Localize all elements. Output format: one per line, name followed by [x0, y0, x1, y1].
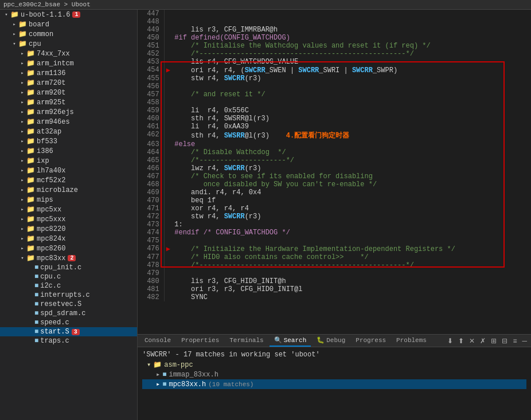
sidebar-item-resetvec.S[interactable]: ■resetvec.S	[0, 300, 137, 309]
line-arrow	[164, 34, 172, 42]
sidebar-item-lh7a40x[interactable]: ▸📁lh7a40x	[0, 166, 137, 175]
tree-item-label: lh7a40x	[37, 167, 65, 175]
sidebar-item-arm925t[interactable]: ▸📁arm925t	[0, 97, 137, 107]
sidebar-item-at32ap[interactable]: ▸📁at32ap	[0, 127, 137, 136]
tree-arrow[interactable]: ▸	[18, 70, 26, 76]
line-arrow	[164, 229, 172, 237]
tree-arrow[interactable]: ▾	[2, 11, 10, 18]
panel-tab-search[interactable]: 🔍Search	[270, 335, 311, 347]
search-result-header: 'SWCRR' - 17 matches in working set 'ubo…	[142, 350, 526, 360]
tree-arrow[interactable]: ▸	[18, 148, 26, 154]
line-arrow	[164, 83, 172, 91]
sidebar-item-arm946es[interactable]: ▸📁arm946es	[0, 117, 137, 127]
sidebar-item-common[interactable]: ▸📁common	[0, 29, 137, 39]
tree-arrow[interactable]: ▾	[10, 41, 18, 47]
line-number: 458	[138, 99, 164, 107]
code-line-482: 482 SYNC	[138, 293, 531, 301]
panel-expand-btn[interactable]: ⊞	[489, 336, 498, 346]
panel-option1-btn[interactable]: ⊟	[500, 336, 509, 346]
panel-tab-debug[interactable]: 🐛Debug	[312, 335, 350, 347]
tree-arrow[interactable]: ▸	[18, 89, 26, 96]
tree-arrow[interactable]: ▸	[18, 206, 26, 213]
sidebar-item-u-boot-1.1.6[interactable]: ▾📁u-boot-1.1.61	[0, 10, 137, 19]
panel-minimize-btn[interactable]: ─	[520, 336, 529, 346]
tree-item-label: mcf52x2	[37, 176, 65, 185]
tree-arrow[interactable]: ▸	[18, 60, 26, 66]
sidebar-item-mpc8220[interactable]: ▸📁mpc8220	[0, 224, 137, 234]
panel-tab-terminals[interactable]: Terminals	[225, 335, 268, 347]
code-line-475: 475	[138, 237, 531, 245]
sidebar-item-microblaze[interactable]: ▸📁microblaze	[0, 185, 137, 195]
sidebar-item-arm720t[interactable]: ▸📁arm720t	[0, 78, 137, 88]
sidebar-item-mpc824x[interactable]: ▸📁mpc824x	[0, 234, 137, 244]
sidebar-item-74xx_7xx[interactable]: ▸📁74xx_7xx	[0, 49, 137, 58]
tree-arrow[interactable]: ▸	[18, 167, 26, 174]
panel-clear-btn[interactable]: ✕	[467, 336, 477, 346]
result-folder-asm-ppc[interactable]: ▾📁asm-ppc	[142, 360, 526, 370]
line-arrow	[164, 115, 172, 123]
tree-arrow[interactable]: ▸	[18, 50, 26, 57]
line-code	[172, 10, 531, 18]
tree-arrow[interactable]: ▾	[18, 255, 26, 261]
sidebar-item-traps.c[interactable]: ■traps.c	[0, 336, 137, 346]
sidebar-item-bf533[interactable]: ▸📁bf533	[0, 136, 137, 146]
breadcrumb: ppc_e300c2_bsae > Uboot	[3, 1, 91, 8]
sidebar-item-spd_sdram.c[interactable]: ■spd_sdram.c	[0, 309, 137, 318]
panel-up-btn[interactable]: ⬆	[456, 336, 466, 346]
result-file-immap_83xx.h[interactable]: ▸■immap_83xx.h	[142, 370, 526, 379]
sidebar-item-board[interactable]: ▸📁board	[0, 19, 137, 29]
tree-item-label: arm1136	[37, 69, 65, 77]
sidebar-item-mpc5xx[interactable]: ▸📁mpc5xx	[0, 205, 137, 214]
line-arrow	[164, 164, 172, 172]
tree-arrow[interactable]: ▸	[18, 197, 26, 203]
tree-arrow[interactable]: ▸	[18, 216, 26, 222]
sidebar-item-i2c.c[interactable]: ■i2c.c	[0, 281, 137, 291]
tree-arrow[interactable]: ▸	[10, 21, 18, 28]
result-file-mpc83xx.h[interactable]: ▸■mpc83xx.h (10 matches)	[142, 379, 526, 389]
code-line-481: 481 ori r3, r3, CFG_HID0_INIT@l	[138, 285, 531, 293]
sidebar-item-arm1136[interactable]: ▸📁arm1136	[0, 68, 137, 78]
code-view[interactable]: 447448449 lis r3, CFG_IMMRBAR@h450#if de…	[138, 10, 531, 334]
sidebar-item-ixp[interactable]: ▸📁ixp	[0, 156, 137, 166]
sidebar-item-mips[interactable]: ▸📁mips	[0, 195, 137, 205]
sidebar-item-arm926ejs[interactable]: ▸📁arm926ejs	[0, 107, 137, 117]
tree-arrow[interactable]: ▸	[18, 99, 26, 105]
sidebar-item-cpu[interactable]: ▾📁cpu	[0, 39, 137, 49]
sidebar-item-start.S[interactable]: ■start.S3	[0, 327, 137, 336]
line-number: 452	[138, 50, 164, 58]
tree-arrow[interactable]: ▸	[18, 245, 26, 252]
tree-arrow[interactable]: ▸	[18, 80, 26, 86]
line-arrow	[164, 205, 172, 213]
panel-tab-progress[interactable]: Progress	[351, 335, 391, 347]
sidebar-item-cpu.c[interactable]: ■cpu.c	[0, 272, 137, 281]
tree-arrow[interactable]: ▸	[18, 177, 26, 183]
sidebar-item-mpc5xxx[interactable]: ▸📁mpc5xxx	[0, 214, 137, 224]
panel-tab-properties[interactable]: Properties	[177, 335, 224, 347]
tree-arrow[interactable]: ▸	[18, 128, 26, 135]
tree-arrow[interactable]: ▸	[18, 138, 26, 144]
tree-arrow[interactable]: ▸	[18, 119, 26, 125]
sidebar-item-arm920t[interactable]: ▸📁arm920t	[0, 88, 137, 97]
panel-tab-console[interactable]: Console	[140, 335, 175, 347]
tree-arrow[interactable]: ▸	[18, 158, 26, 164]
tree-item-label: mpc8260	[37, 245, 65, 253]
tree-arrow[interactable]: ▸	[18, 187, 26, 193]
tab-label: Terminals	[229, 337, 263, 344]
sidebar-item-mcf52x2[interactable]: ▸📁mcf52x2	[0, 175, 137, 185]
sidebar-item-arm_intcm[interactable]: ▸📁arm_intcm	[0, 58, 137, 68]
line-number: 478	[138, 261, 164, 269]
panel-option2-btn[interactable]: ≡	[511, 336, 518, 346]
sidebar-item-i386[interactable]: ▸📁i386	[0, 146, 137, 156]
panel-x-btn[interactable]: ✗	[478, 336, 487, 346]
sidebar-item-mpc8260[interactable]: ▸📁mpc8260	[0, 244, 137, 253]
sidebar-item-interrupts.c[interactable]: ■interrupts.c	[0, 291, 137, 300]
tree-arrow[interactable]: ▸	[10, 31, 18, 37]
panel-down-btn[interactable]: ⬇	[446, 336, 455, 346]
sidebar-item-speed.c[interactable]: ■speed.c	[0, 318, 137, 327]
panel-tab-problems[interactable]: Problems	[392, 335, 431, 347]
tree-arrow[interactable]: ▸	[18, 235, 26, 242]
tree-arrow[interactable]: ▸	[18, 226, 26, 232]
sidebar-item-mpc83xx[interactable]: ▾📁mpc83xx2	[0, 253, 137, 263]
sidebar-item-cpu_init.c[interactable]: ■cpu_init.c	[0, 263, 137, 272]
tree-arrow[interactable]: ▸	[18, 109, 26, 115]
